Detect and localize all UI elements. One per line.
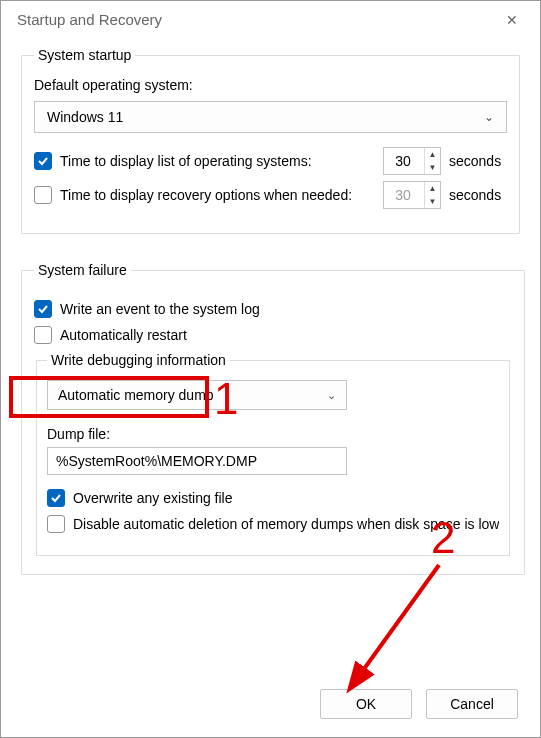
chevron-down-icon: ⌄	[327, 389, 336, 402]
write-debug-info-group: Write debugging information Automatic me…	[36, 352, 510, 556]
display-recovery-checkbox[interactable]	[34, 186, 52, 204]
display-recovery-value: 30	[384, 182, 424, 208]
close-icon: ✕	[506, 12, 518, 28]
disable-auto-delete-checkbox[interactable]	[47, 515, 65, 533]
dump-file-label: Dump file:	[47, 426, 499, 442]
default-os-select[interactable]: Windows 11 ⌄	[34, 101, 507, 133]
dump-type-select[interactable]: Automatic memory dump ⌄	[47, 380, 347, 410]
default-os-value: Windows 11	[47, 109, 123, 125]
spinner-up-icon[interactable]: ▲	[425, 182, 440, 195]
auto-restart-checkbox[interactable]	[34, 326, 52, 344]
write-event-label: Write an event to the system log	[60, 301, 260, 317]
chevron-down-icon: ⌄	[484, 110, 494, 124]
dialog-content: System startup Default operating system:…	[1, 37, 540, 575]
display-os-spinner[interactable]: 30 ▲ ▼	[383, 147, 441, 175]
spinner-down-icon[interactable]: ▼	[425, 195, 440, 208]
startup-recovery-dialog: Startup and Recovery ✕ System startup De…	[0, 0, 541, 738]
default-os-label: Default operating system:	[34, 77, 507, 93]
display-os-value: 30	[384, 148, 424, 174]
overwrite-checkbox[interactable]	[47, 489, 65, 507]
disable-auto-delete-label: Disable automatic deletion of memory dum…	[73, 516, 499, 532]
system-startup-group: System startup Default operating system:…	[21, 47, 520, 234]
overwrite-row: Overwrite any existing file	[47, 489, 499, 507]
overwrite-label: Overwrite any existing file	[73, 490, 233, 506]
dump-file-input[interactable]: %SystemRoot%\MEMORY.DMP	[47, 447, 347, 475]
display-os-suffix: seconds	[449, 153, 507, 169]
disable-auto-delete-row: Disable automatic deletion of memory dum…	[47, 515, 499, 533]
write-event-checkbox[interactable]	[34, 300, 52, 318]
dump-type-value: Automatic memory dump	[58, 387, 214, 403]
dialog-title: Startup and Recovery	[13, 11, 496, 28]
display-recovery-label: Time to display recovery options when ne…	[60, 187, 375, 203]
ok-button[interactable]: OK	[320, 689, 412, 719]
system-failure-group: System failure Write an event to the sys…	[21, 262, 525, 575]
display-recovery-row: Time to display recovery options when ne…	[34, 181, 507, 209]
title-bar: Startup and Recovery ✕	[1, 1, 540, 37]
write-debug-info-legend: Write debugging information	[47, 352, 230, 368]
system-failure-legend: System failure	[34, 262, 131, 278]
cancel-button[interactable]: Cancel	[426, 689, 518, 719]
display-os-label: Time to display list of operating system…	[60, 153, 375, 169]
dump-file-value: %SystemRoot%\MEMORY.DMP	[56, 453, 257, 469]
display-os-checkbox[interactable]	[34, 152, 52, 170]
display-os-row: Time to display list of operating system…	[34, 147, 507, 175]
write-event-row: Write an event to the system log	[34, 300, 512, 318]
annotation-arrow	[331, 557, 461, 707]
close-button[interactable]: ✕	[496, 11, 528, 28]
spinner-up-icon[interactable]: ▲	[425, 148, 440, 161]
display-recovery-suffix: seconds	[449, 187, 507, 203]
spinner-down-icon[interactable]: ▼	[425, 161, 440, 174]
dialog-buttons: OK Cancel	[320, 689, 518, 719]
display-recovery-spinner[interactable]: 30 ▲ ▼	[383, 181, 441, 209]
auto-restart-label: Automatically restart	[60, 327, 187, 343]
auto-restart-row: Automatically restart	[34, 326, 512, 344]
system-startup-legend: System startup	[34, 47, 135, 63]
svg-line-0	[351, 565, 439, 687]
